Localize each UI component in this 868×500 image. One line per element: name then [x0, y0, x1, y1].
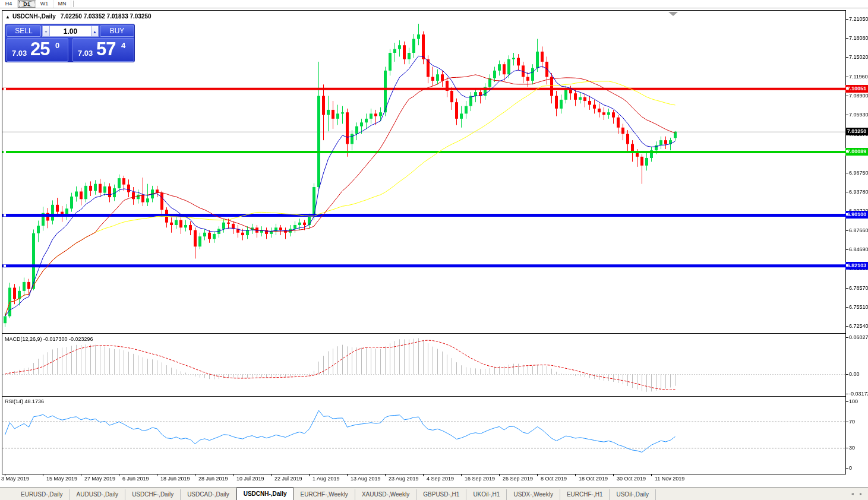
resistance-line-price-label: 7.10051	[845, 85, 868, 93]
rsi-scale-tick: 100	[849, 398, 858, 404]
date-axis-label: 15 May 2019	[46, 476, 77, 482]
macd-scale-tick: 0.060273	[849, 334, 868, 340]
macd-scale-tick: 0.00	[849, 371, 860, 377]
chart-tab-ukoil-h1[interactable]: UKOil-,H1	[466, 489, 507, 500]
macd-scale-tick: -0.031725	[849, 391, 868, 397]
date-axis-label: 1 Aug 2019	[313, 476, 340, 482]
price-axis-tick: 6.87660	[849, 227, 868, 233]
buy-price-big: 57	[96, 39, 115, 60]
price-axis-tick: 6.75510	[849, 304, 868, 310]
support-line-price-label: 6.82103	[845, 262, 868, 270]
chart-tab-eurchf-weekly[interactable]: EURCHF-,Weekly	[293, 489, 355, 500]
date-axis-label: 18 Oct 2019	[579, 476, 608, 482]
volume-input[interactable]: 1.00	[50, 26, 91, 37]
chart-tab-audusd-daily[interactable]: AUDUSD-,Daily	[70, 489, 126, 500]
chart-window: ▲USDCNH-,Daily7.02250 7.03352 7.01833 7.…	[0, 0, 868, 487]
macd-indicator-label: MACD(12,26,9) -0.017300 -0.023296	[5, 336, 93, 342]
date-axis-label: 13 Aug 2019	[351, 476, 381, 482]
volume-decrease-icon[interactable]: ▼	[42, 26, 50, 37]
price-axis-tick: 7.15020	[849, 54, 868, 60]
trading-app: H4D1W1MN ▲USDCNH-,Daily7.02250 7.03352 7…	[0, 0, 868, 500]
date-axis-label: 18 Jun 2019	[160, 476, 190, 482]
symbol-marker-icon: ▲	[5, 14, 10, 20]
date-axis-label: 11 Nov 2019	[655, 476, 684, 482]
price-chart-canvas[interactable]	[0, 10, 868, 477]
one-click-trade-panel: SELL ▼ 1.00 ▲ BUY 7.03 25 0 7.03 57 4	[5, 24, 135, 62]
chart-tab-bar: EURUSD-,DailyAUDUSD-,DailyUSDCHF-,DailyU…	[0, 487, 868, 500]
line-anchor-icon	[846, 150, 848, 153]
price-axis-tick: 6.84690	[849, 246, 868, 252]
sell-price-big: 25	[30, 39, 49, 60]
chart-header: ▲USDCNH-,Daily7.02250 7.03352 7.01833 7.…	[5, 13, 151, 20]
date-axis-label: 16 Sep 2019	[465, 476, 495, 482]
date-axis-label: 23 Aug 2019	[389, 476, 419, 482]
sell-button[interactable]: SELL	[7, 26, 41, 37]
price-axis-tick: 7.05930	[849, 112, 868, 118]
sell-price-sup: 0	[55, 41, 59, 50]
ohlc-values: 7.02250 7.03352 7.01833 7.03250	[61, 13, 151, 20]
support-line-price-label: 7.00089	[845, 148, 868, 156]
chart-tab-usdcnh-daily[interactable]: USDCNH-,Daily	[236, 488, 294, 500]
sell-price-panel[interactable]: 7.03 25 0	[7, 38, 68, 62]
chart-tab-eurchf-h1[interactable]: EURCHF-,H1	[560, 489, 610, 500]
rsi-scale-tick: 30	[849, 445, 855, 451]
buy-price-panel[interactable]: 7.03 57 4	[72, 38, 134, 62]
tab-scroll-arrows-icon[interactable]: ◂ ▸	[851, 491, 864, 496]
date-axis-label: 22 Jul 2019	[274, 476, 302, 482]
date-axis-label: 27 May 2019	[84, 476, 115, 482]
current-price-label: 7.03250	[845, 128, 868, 135]
line-anchor-icon	[846, 213, 848, 216]
buy-price-small: 7.03	[78, 49, 93, 58]
date-axis-label: 10 Jul 2019	[236, 476, 264, 482]
sell-price-small: 7.03	[12, 49, 27, 58]
line-anchor-icon	[846, 264, 848, 267]
date-axis-label: 30 Oct 2019	[617, 476, 646, 482]
chart-tab-usdcad-daily[interactable]: USDCAD-,Daily	[181, 489, 236, 500]
volume-increase-icon[interactable]: ▲	[91, 26, 99, 37]
line-anchor-icon	[846, 87, 848, 90]
date-axis-label: 6 Jun 2019	[122, 476, 149, 482]
date-axis-label: 8 Oct 2019	[541, 476, 567, 482]
rsi-scale-tick: 0	[849, 465, 852, 471]
price-axis-tick: 7.11960	[849, 74, 868, 80]
rsi-scale-tick: 70	[849, 419, 855, 425]
price-axis-tick: 6.78570	[849, 285, 868, 291]
date-axis-label: 26 Sep 2019	[503, 476, 533, 482]
chart-tab-eurusd-daily[interactable]: EURUSD-,Daily	[14, 489, 70, 500]
price-axis-tick: 6.72540	[849, 323, 868, 329]
support-line-price-label: 6.90100	[845, 211, 868, 219]
chart-tab-usoil-daily[interactable]: USOil-,Daily	[610, 489, 655, 500]
chart-tab-xauusd-weekly[interactable]: XAUUSD-,Weekly	[355, 489, 416, 500]
price-axis-tick: 7.21050	[849, 16, 868, 22]
chart-tab-usdx-weekly[interactable]: USDX-,Weekly	[507, 489, 560, 500]
price-axis-tick: 7.18080	[849, 35, 868, 41]
price-axis-tick: 7.08900	[849, 93, 868, 99]
buy-price-sup: 4	[121, 41, 125, 50]
rsi-indicator-label: RSI(14) 48.1736	[5, 398, 44, 404]
chart-title: USDCNH-,Daily	[12, 13, 56, 20]
date-axis-label: 28 Jun 2019	[198, 476, 228, 482]
date-axis-label: 3 May 2019	[1, 476, 29, 482]
price-axis-tick: 6.93780	[849, 189, 868, 195]
chart-tab-usdchf-daily[interactable]: USDCHF-,Daily	[125, 489, 181, 500]
price-axis-tick: 6.96750	[849, 170, 868, 176]
chart-tab-gbpusd-h1[interactable]: GBPUSD-,H1	[416, 489, 466, 500]
date-axis-label: 4 Sep 2019	[427, 476, 454, 482]
buy-button[interactable]: BUY	[100, 26, 134, 37]
